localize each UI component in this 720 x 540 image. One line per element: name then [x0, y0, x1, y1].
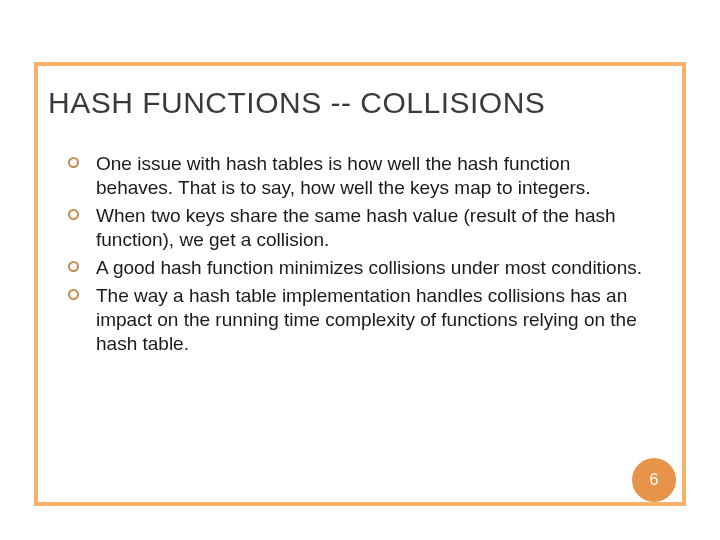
bullet-ring-icon: [68, 157, 79, 168]
bullet-text: A good hash function minimizes collision…: [96, 257, 642, 278]
list-item: A good hash function minimizes collision…: [68, 256, 648, 280]
page-number: 6: [650, 471, 659, 489]
bullet-ring-icon: [68, 209, 79, 220]
slide: HASH FUNCTIONS -- COLLISIONS One issue w…: [0, 0, 720, 540]
bullet-text: One issue with hash tables is how well t…: [96, 153, 591, 198]
page-number-badge: 6: [632, 458, 676, 502]
bullet-list: One issue with hash tables is how well t…: [68, 152, 648, 356]
slide-content: One issue with hash tables is how well t…: [68, 152, 648, 360]
bullet-text: The way a hash table implementation hand…: [96, 285, 637, 354]
bullet-ring-icon: [68, 289, 79, 300]
list-item: When two keys share the same hash value …: [68, 204, 648, 252]
slide-title: HASH FUNCTIONS -- COLLISIONS: [48, 86, 551, 120]
list-item: One issue with hash tables is how well t…: [68, 152, 648, 200]
list-item: The way a hash table implementation hand…: [68, 284, 648, 356]
bullet-ring-icon: [68, 261, 79, 272]
bullet-text: When two keys share the same hash value …: [96, 205, 616, 250]
